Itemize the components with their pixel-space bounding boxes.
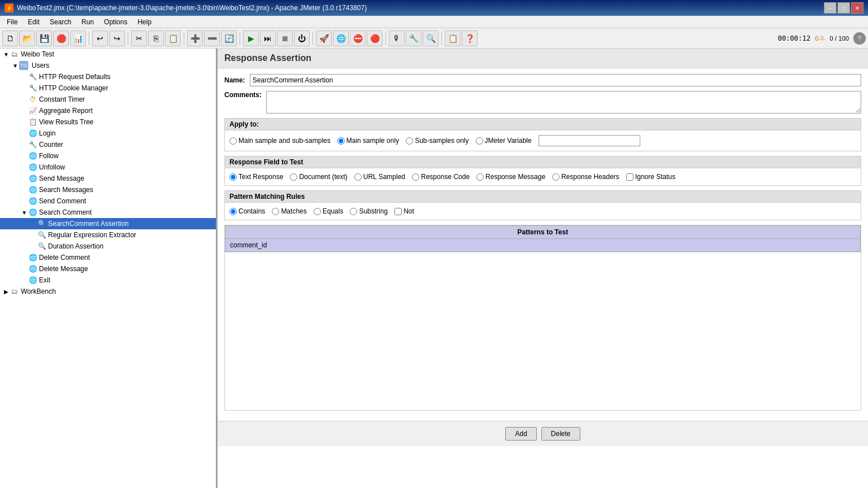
title-bar: ⚡ WeiboTest2.jmx (C:\temp\apache-jmeter-… [0,0,868,16]
tree-item-searchcomment-assertion[interactable]: 🔍 SearchComment Assertion [0,218,216,229]
radio-matches[interactable]: Matches [272,207,306,215]
minimize-button[interactable]: ─ [824,2,836,14]
expand-arrow-users[interactable]: ▼ [11,63,19,69]
tree-item-users[interactable]: ▼ TG Users [0,60,216,71]
radio-contains[interactable]: Contains [229,207,265,215]
radio-url-sampled[interactable]: URL Sampled [354,173,405,181]
pattern-matching-title: Pattern Matching Rules [225,191,861,203]
open-button[interactable]: 📂 [19,30,35,46]
tree-label-users: Users [32,62,49,69]
expand-arrow-weibo[interactable]: ▼ [2,51,10,58]
tree-item-send-comment[interactable]: 🌐 Send Comment [0,195,216,207]
table-row[interactable]: comment_id [225,239,861,252]
radio-equals[interactable]: Equals [314,207,344,215]
search-btn[interactable]: 🔍 [423,30,439,46]
tree-item-delete-comment[interactable]: 🌐 Delete Comment [0,252,216,263]
tree-item-delete-message[interactable]: 🌐 Delete Message [0,263,216,274]
save-button[interactable]: 💾 [36,30,52,46]
name-input[interactable] [250,74,861,86]
form-header: Response Assertion [218,49,868,68]
tree-item-login[interactable]: 🌐 Login [0,128,216,139]
tree-item-view-results-tree[interactable]: 📋 View Results Tree [0,116,216,128]
menu-edit[interactable]: Edit [23,17,44,27]
remote-stop-button[interactable]: ⛔ [350,30,366,46]
radio-label-matches: Matches [281,207,306,215]
tree-item-counter[interactable]: 🔧 Counter [0,139,216,150]
collapse-button[interactable]: ➖ [204,30,220,46]
tree-item-weibo-test[interactable]: ▼ 🗂 Weibo Test [0,49,216,60]
tree-item-follow[interactable]: 🌐 Follow [0,150,216,162]
checkbox-label-ignore-status: Ignore Status [635,173,675,181]
start-button[interactable]: ▶ [243,30,259,46]
start-no-pause-button[interactable]: ⏭ [260,30,276,46]
tree-item-http-cookie[interactable]: 🔧 HTTP Cookie Manager [0,82,216,94]
radio-response-message[interactable]: Response Message [476,173,545,181]
sampler-icon-send-message: 🌐 [28,174,37,183]
new-button[interactable]: 🗋 [2,30,18,46]
shunt-button[interactable]: 🛑 [53,30,69,46]
expand-arrow-search-comment[interactable]: ▼ [20,210,28,216]
redo-button[interactable]: ↪ [109,30,125,46]
tree-item-workbench[interactable]: ▶ 🗂 WorkBench [0,286,216,297]
response-field-radio-group: Text Response Document (text) URL Sample… [229,173,856,181]
tree-item-search-messages[interactable]: 🌐 Search Messages [0,184,216,195]
jmeter-var-input[interactable] [539,135,640,146]
tree-item-exit[interactable]: 🌐 Exit [0,274,216,286]
checkbox-ignore-status[interactable]: Ignore Status [626,173,675,181]
checkbox-not[interactable]: Not [394,207,414,215]
remote-start-all-button[interactable]: 🌐 [333,30,349,46]
save-results-button[interactable]: 📊 [70,30,86,46]
function-helper-button[interactable]: 🔧 [406,30,422,46]
shutdown-button[interactable]: ⏻ [294,30,310,46]
undo-button[interactable]: ↩ [92,30,108,46]
close-button[interactable]: ✕ [851,2,863,14]
menu-run[interactable]: Run [77,17,98,27]
delete-button[interactable]: Delete [541,427,580,441]
radio-response-headers[interactable]: Response Headers [552,173,619,181]
app-icon: ⚡ [5,3,14,12]
tree-item-http-defaults[interactable]: 🔧 HTTP Request Defaults [0,71,216,82]
radio-response-code[interactable]: Response Code [412,173,470,181]
radio-main-sub[interactable]: Main sample and sub-samples [229,137,331,145]
sampler-icon-delete-comment: 🌐 [28,253,37,262]
menu-search[interactable]: Search [45,17,76,27]
cut-button[interactable]: ✂ [131,30,147,46]
remote-start-button[interactable]: 🚀 [316,30,332,46]
radio-substring[interactable]: Substring [350,207,388,215]
paste-button[interactable]: 📋 [165,30,181,46]
radio-main-only[interactable]: Main sample only [337,137,399,145]
expand-arrow-workbench[interactable]: ▶ [2,289,10,295]
testplan-icon: 🗂 [10,50,19,59]
copy-button[interactable]: ⎘ [148,30,164,46]
tree-label-search-comment: Search Comment [39,208,92,216]
expand-button[interactable]: ➕ [187,30,203,46]
sampler-icon-search-comment: 🌐 [28,208,37,217]
tree-item-constant-timer[interactable]: ⏱ Constant Timer [0,94,216,105]
tree-item-search-comment[interactable]: ▼ 🌐 Search Comment [0,207,216,218]
toggle-button[interactable]: 🔄 [221,30,237,46]
comments-input[interactable] [266,91,861,114]
radio-sub-only[interactable]: Sub-samples only [406,137,468,145]
apply-to-title: Apply to: [225,119,861,130]
menu-options[interactable]: Options [99,17,132,27]
radio-jmeter-var[interactable]: JMeter Variable [476,137,532,145]
add-button[interactable]: Add [505,427,536,441]
help-button[interactable]: ❓ [462,30,478,46]
stop-button[interactable]: ⏹ [277,30,293,46]
maximize-button[interactable]: □ [837,2,850,14]
assertion-icon-duration: 🔍 [37,242,46,251]
tree-item-regex-extractor[interactable]: 🔍 Regular Expression Extractor [0,229,216,241]
tree-item-send-message[interactable]: 🌐 Send Message [0,173,216,184]
radio-document[interactable]: Document (text) [290,173,347,181]
tree-item-duration-assertion[interactable]: 🔍 Duration Assertion [0,241,216,252]
radio-label-main-only: Main sample only [346,137,399,145]
tree-item-unfollow[interactable]: 🌐 Unfollow [0,162,216,173]
radio-text-response[interactable]: Text Response [229,173,283,181]
menu-help[interactable]: Help [133,17,156,27]
remote-stop-all-button[interactable]: 🔴 [367,30,383,46]
results-tree-button[interactable]: 📋 [445,30,461,46]
tree-item-aggregate-report[interactable]: 📈 Aggregate Report [0,105,216,116]
listener-icon-agg: 📈 [28,106,37,115]
test-script-recorder-button[interactable]: 🎙 [389,30,405,46]
menu-file[interactable]: File [2,17,22,27]
